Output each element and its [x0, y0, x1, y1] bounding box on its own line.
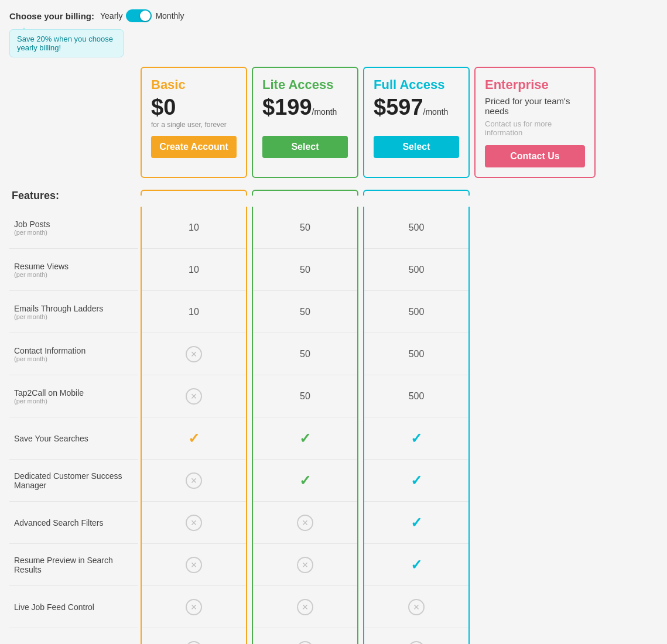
lite-subtitle [262, 121, 348, 129]
check-icon: ✓ [299, 430, 311, 447]
check-icon: ✓ [411, 472, 422, 489]
feat-top-lite [252, 190, 358, 196]
plan-lite: Lite Access $199 /month Select [252, 67, 358, 178]
feat-top-full [363, 190, 470, 196]
feature-cell: 500 [364, 291, 468, 333]
lite-per: /month [312, 107, 337, 117]
feature-cell [142, 628, 246, 644]
cross-icon [186, 515, 202, 531]
feature-label-text: Save Your Searches [14, 434, 88, 443]
yearly-label: Yearly [100, 11, 122, 20]
cross-icon [186, 472, 202, 489]
cross-icon [186, 388, 202, 405]
feature-cell: 50 [253, 207, 357, 249]
full-subtitle [374, 121, 459, 129]
plan-basic: Basic $0 for a single user, forever Crea… [141, 67, 247, 178]
feature-label-item: Resume Preview in Search Results [9, 544, 138, 586]
toggle-knob [140, 11, 150, 21]
feature-cell [253, 628, 357, 644]
feature-cell: ✓ [364, 417, 468, 460]
feature-label-item: Tap2Call on Mobile (per month) [9, 375, 138, 417]
plan-full: Full Access $597 /month Select [363, 67, 470, 178]
basic-name: Basic [151, 77, 237, 93]
feature-full-col: 500500500500500✓✓✓✓ [363, 207, 470, 644]
feature-cell: ✓ [364, 502, 468, 544]
feat-top-enterprise [472, 190, 598, 196]
enterprise-name: Enterprise [485, 77, 585, 93]
feature-cell [253, 544, 357, 586]
feature-label-item: Dedicated Customer Success Manager [9, 460, 138, 502]
features-label: Features: [9, 190, 138, 207]
feature-cell: 500 [364, 375, 468, 417]
feature-label-text: Tap2Call on Mobile (per month) [14, 388, 84, 405]
features-empty-header [9, 67, 138, 178]
full-per: /month [423, 107, 449, 117]
feature-label-text: Dedicated Customer Success Manager [14, 471, 134, 490]
full-price: $597 [374, 96, 423, 118]
check-icon: ✓ [411, 557, 422, 573]
feature-cell: 10 [142, 291, 246, 333]
feature-labels-col: Job Posts (per month)Resume Views (per m… [9, 207, 138, 644]
cross-icon [297, 557, 313, 573]
feature-label-item: Live Job Feed Control [9, 586, 138, 628]
billing-label: Choose your billing: [9, 11, 94, 21]
basic-price: $0 [151, 96, 176, 118]
feature-label-text: Contact Information (per month) [14, 346, 85, 362]
feature-cell [142, 586, 246, 628]
feature-label-item: Resume Views (per month) [9, 249, 138, 291]
lite-price: $199 [262, 96, 312, 118]
check-icon: ✓ [188, 430, 200, 447]
monthly-label: Monthly [155, 11, 184, 20]
feature-cell [364, 628, 468, 644]
feature-cell: ✓ [364, 460, 468, 502]
billing-toggle[interactable] [126, 9, 152, 22]
feature-label-item: Advanced Search Filters [9, 502, 138, 544]
feature-cell: 500 [364, 207, 468, 249]
cross-icon [297, 515, 313, 531]
feature-cell: ✓ [253, 417, 357, 460]
feature-cell [364, 586, 468, 628]
cross-icon [186, 641, 202, 644]
cross-icon [186, 557, 202, 573]
enterprise-sub: Contact us for more information [485, 119, 585, 137]
feature-cell: 50 [253, 291, 357, 333]
feature-cell [142, 544, 246, 586]
enterprise-button[interactable]: Contact Us [485, 145, 585, 167]
enterprise-desc: Priced for your team's needs [485, 96, 585, 116]
full-button[interactable]: Select [374, 136, 459, 158]
feature-cell [142, 460, 246, 502]
feature-label-item: Company Teams [9, 628, 138, 644]
feature-cell: 50 [253, 333, 357, 375]
plan-enterprise: Enterprise Priced for your team's needs … [474, 67, 596, 178]
cross-icon [297, 599, 313, 615]
feature-label-text: Live Job Feed Control [14, 602, 94, 612]
feat-top-basic [141, 190, 247, 196]
feature-cell [142, 333, 246, 375]
feature-cell: 500 [364, 333, 468, 375]
feature-cell: 500 [364, 249, 468, 291]
cross-icon [408, 599, 425, 615]
feature-label-item: Contact Information (per month) [9, 333, 138, 375]
feature-cell [142, 502, 246, 544]
feature-label-text: Job Posts (per month) [14, 220, 50, 236]
feature-cell: 10 [142, 207, 246, 249]
full-name: Full Access [374, 77, 459, 93]
basic-subtitle: for a single user, forever [151, 121, 237, 129]
feature-basic-col: 101010✓ [141, 207, 247, 644]
feature-cell: 50 [253, 375, 357, 417]
check-icon: ✓ [299, 472, 311, 489]
feature-label-text: Emails Through Ladders (per month) [14, 304, 103, 320]
basic-button[interactable]: Create Account [151, 136, 237, 158]
feature-enterprise-col [472, 207, 598, 644]
feature-cell: ✓ [364, 544, 468, 586]
feature-cell [253, 586, 357, 628]
feature-cell: ✓ [142, 417, 246, 460]
cross-icon [186, 599, 202, 615]
cross-icon [186, 346, 202, 362]
feature-label-text: Resume Preview in Search Results [14, 556, 134, 574]
lite-button[interactable]: Select [262, 136, 348, 158]
check-icon: ✓ [411, 430, 422, 447]
feature-cell [253, 502, 357, 544]
feature-label-text: Advanced Search Filters [14, 518, 104, 527]
feature-cell [142, 375, 246, 417]
